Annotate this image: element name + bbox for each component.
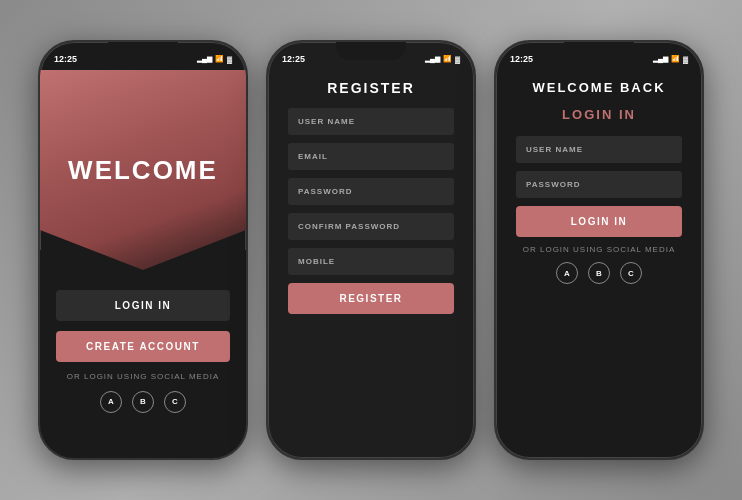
email-field-2[interactable]: EMAIL bbox=[288, 143, 454, 170]
battery-icon-1: ▓ bbox=[227, 56, 232, 63]
status-icons-3: ▂▄▆ 📶 ▓ bbox=[653, 55, 688, 63]
battery-icon-3: ▓ bbox=[683, 56, 688, 63]
register-button[interactable]: REGISTER bbox=[288, 283, 454, 314]
password-field-3[interactable]: PASSWORD bbox=[516, 171, 682, 198]
social-icons-row-1: A B C bbox=[100, 391, 186, 413]
battery-icon-2: ▓ bbox=[455, 56, 460, 63]
social-icon-a-3[interactable]: A bbox=[556, 262, 578, 284]
login-button-1[interactable]: LOGIN IN bbox=[56, 290, 230, 321]
notch-3 bbox=[564, 42, 634, 60]
social-icons-row-3: A B C bbox=[516, 262, 682, 284]
login-in-subtitle: LOGIN IN bbox=[516, 107, 682, 122]
notch-1 bbox=[108, 42, 178, 60]
register-title: REGISTER bbox=[288, 80, 454, 96]
social-icon-b-1[interactable]: B bbox=[132, 391, 154, 413]
notch-2 bbox=[336, 42, 406, 60]
social-icon-a-1[interactable]: A bbox=[100, 391, 122, 413]
social-icon-c-3[interactable]: C bbox=[620, 262, 642, 284]
phone1-bottom: LOGIN IN CREATE ACCOUNT OR LOGIN USING S… bbox=[40, 250, 246, 458]
social-icon-b-3[interactable]: B bbox=[588, 262, 610, 284]
status-time-2: 12:25 bbox=[282, 54, 305, 64]
welcome-text: WELCOME bbox=[68, 155, 218, 186]
signal-icon-1: ▂▄▆ bbox=[197, 55, 212, 63]
password-field-2[interactable]: PASSWORD bbox=[288, 178, 454, 205]
create-account-button[interactable]: CREATE ACCOUNT bbox=[56, 331, 230, 362]
status-time-3: 12:25 bbox=[510, 54, 533, 64]
signal-icon-3: ▂▄▆ bbox=[653, 55, 668, 63]
social-text-1: OR LOGIN USING SOCIAL MEDIA bbox=[67, 372, 220, 381]
username-field-3[interactable]: USER NAME bbox=[516, 136, 682, 163]
phone-login: 12:25 ▂▄▆ 📶 ▓ WELCOME BACK LOGIN IN USER… bbox=[494, 40, 704, 460]
welcome-back-title: WELCOME BACK bbox=[516, 80, 682, 95]
phone-welcome: 12:25 ▂▄▆ 📶 ▓ WELCOME LOGIN IN CREATE AC… bbox=[38, 40, 248, 460]
phone-register: 12:25 ▂▄▆ 📶 ▓ REGISTER USER NAME EMAIL P… bbox=[266, 40, 476, 460]
social-icon-c-1[interactable]: C bbox=[164, 391, 186, 413]
login-button-3[interactable]: LOGIN IN bbox=[516, 206, 682, 237]
wifi-icon-1: 📶 bbox=[215, 55, 224, 63]
mobile-field[interactable]: MOBILE bbox=[288, 248, 454, 275]
confirm-password-field[interactable]: CONFIRM PASSWORD bbox=[288, 213, 454, 240]
status-time-1: 12:25 bbox=[54, 54, 77, 64]
username-field-2[interactable]: USER NAME bbox=[288, 108, 454, 135]
status-icons-1: ▂▄▆ 📶 ▓ bbox=[197, 55, 232, 63]
wifi-icon-3: 📶 bbox=[671, 55, 680, 63]
phone2-content: REGISTER USER NAME EMAIL PASSWORD CONFIR… bbox=[268, 70, 474, 458]
social-text-3: OR LOGIN USING SOCIAL MEDIA bbox=[516, 245, 682, 254]
signal-icon-2: ▂▄▆ bbox=[425, 55, 440, 63]
status-icons-2: ▂▄▆ 📶 ▓ bbox=[425, 55, 460, 63]
phone3-content: WELCOME BACK LOGIN IN USER NAME PASSWORD… bbox=[496, 70, 702, 458]
wifi-icon-2: 📶 bbox=[443, 55, 452, 63]
hero-area: WELCOME bbox=[40, 70, 246, 270]
